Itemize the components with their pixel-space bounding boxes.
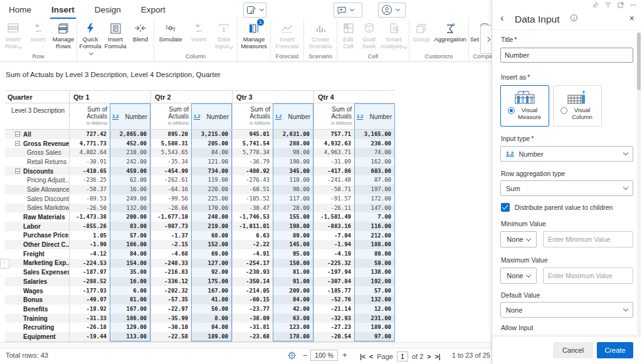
row-label[interactable]: Gross Revenue [5, 139, 69, 148]
create-scenario-button[interactable]: Create Scenario [305, 19, 336, 53]
page-number-input[interactable] [397, 351, 408, 361]
actuals-cell[interactable]: 4,932.63 [313, 139, 354, 148]
actuals-cell[interactable]: -4.12 [69, 249, 110, 259]
actuals-cell[interactable]: -28.66 [150, 204, 191, 213]
invert-row-button[interactable]: Invert [26, 19, 51, 53]
row-label[interactable]: Other Direct C... [5, 240, 69, 249]
actuals-cell[interactable]: -1,473.38 [69, 212, 110, 222]
actuals-cell[interactable]: -22.97 [150, 304, 191, 314]
create-button[interactable]: Create [597, 342, 633, 358]
number-cell[interactable]: 175.00 [191, 277, 232, 286]
actuals-cell[interactable]: -36.79 [232, 157, 273, 167]
actuals-column-header[interactable]: Sum of Actualsin Millions [232, 103, 273, 129]
number-cell[interactable]: 16.00 [110, 185, 150, 194]
number-cell[interactable]: 97.00 [354, 332, 395, 341]
number-cell[interactable]: 145.00 [273, 240, 313, 249]
actuals-cell[interactable]: -225.32 [313, 259, 354, 268]
number-cell[interactable]: 225.00 [191, 194, 232, 204]
number-cell[interactable]: 162.00 [354, 157, 395, 167]
number-cell[interactable]: 98.00 [273, 148, 313, 157]
checkbox-checked-icon[interactable] [501, 203, 510, 212]
number-cell[interactable]: 603.00 [354, 167, 395, 176]
actuals-cell[interactable]: 6.63 [232, 231, 273, 241]
title-input[interactable] [500, 48, 633, 63]
filter-icon[interactable] [605, 2, 611, 8]
actuals-cell[interactable]: -21.14 [313, 304, 354, 314]
actuals-cell[interactable]: -248.33 [150, 259, 191, 268]
number-cell[interactable]: 188.00 [354, 240, 395, 249]
actuals-cell[interactable]: 5,543.65 [150, 148, 191, 157]
number-cell[interactable]: 2,631.00 [273, 130, 313, 139]
actuals-column-header[interactable]: Sum of Actualsin Millions [69, 103, 110, 129]
actuals-cell[interactable]: -35.99 [150, 314, 191, 323]
row-drag-handle-icon[interactable]: :::: [0, 259, 9, 269]
actuals-cell[interactable]: -4.19 [313, 249, 354, 259]
actuals-cell[interactable]: -480.92 [232, 167, 273, 176]
number-cell[interactable]: 189.00 [191, 332, 232, 341]
actuals-cell[interactable]: -307.84 [313, 277, 354, 286]
row-label[interactable]: Wages [5, 286, 69, 296]
number-cell[interactable]: 198.00 [273, 222, 313, 231]
actuals-cell[interactable]: -1,011.01 [232, 222, 273, 231]
actuals-cell[interactable]: 4,771.73 [69, 139, 110, 148]
group-button[interactable]: Group [410, 19, 433, 53]
corner-header[interactable]: Quarter [5, 93, 69, 101]
previous-page-button[interactable]: < [369, 353, 373, 360]
number-cell[interactable]: 345.00 [273, 167, 313, 176]
quick-formula-button[interactable]: Quick Formula [78, 19, 103, 56]
actuals-cell[interactable]: -1,677.10 [150, 212, 191, 222]
row-label[interactable]: Marketing Exp... [5, 259, 69, 268]
number-cell[interactable]: 62.00 [110, 175, 150, 185]
number-cell[interactable]: 119.00 [191, 175, 232, 185]
actuals-cell[interactable]: 727.42 [69, 130, 110, 139]
number-cell[interactable]: 116.00 [354, 222, 395, 231]
actuals-cell[interactable]: -31.09 [313, 157, 354, 167]
number-cell[interactable]: 138.00 [354, 268, 395, 277]
actuals-cell[interactable]: -30.10 [150, 323, 191, 332]
number-cell[interactable]: 236.00 [354, 139, 395, 148]
number-cell[interactable]: 35.00 [110, 268, 150, 277]
number-cell[interactable]: 288.00 [273, 139, 313, 148]
number-cell[interactable]: 113.00 [110, 332, 150, 341]
number-cell[interactable]: 219.00 [191, 222, 232, 231]
number-cell[interactable]: 2,865.00 [110, 130, 150, 139]
collapse-icon[interactable] [15, 169, 20, 174]
number-cell[interactable]: 189.00 [354, 323, 395, 332]
actuals-cell[interactable]: -1,746.53 [232, 212, 273, 222]
quarter-header[interactable]: Qtr 2 [150, 91, 232, 103]
row-label[interactable]: All [5, 130, 69, 139]
actuals-cell[interactable]: -20.54 [313, 332, 354, 341]
actuals-cell[interactable]: -454.99 [150, 167, 191, 176]
row-label[interactable]: Sales Markdown [5, 204, 69, 213]
number-cell[interactable]: 147.00 [354, 204, 395, 213]
actuals-cell[interactable]: -23.68 [232, 332, 273, 341]
number-cell[interactable]: 3,215.00 [191, 130, 232, 139]
add-comment-button[interactable] [334, 3, 362, 18]
number-cell[interactable]: 154.00 [110, 259, 150, 268]
row-label[interactable]: Recruiting [5, 323, 69, 332]
panel-scrollbar[interactable] [637, 31, 641, 335]
number-cell[interactable]: 242.00 [110, 157, 150, 167]
number-cell[interactable]: 249.00 [110, 194, 150, 204]
pin-icon[interactable] [592, 2, 599, 8]
actuals-cell[interactable]: -22.58 [150, 332, 191, 341]
simulate-button[interactable]: Simulate [155, 19, 186, 53]
row-label[interactable]: Discounts [5, 167, 69, 176]
actuals-cell[interactable]: -89.53 [69, 194, 110, 204]
visual-measure-option[interactable]: Visual Measure [500, 85, 549, 127]
number-cell[interactable]: 8.00 [191, 314, 232, 323]
actuals-cell[interactable]: -202.32 [150, 286, 191, 296]
number-cell[interactable]: 84.00 [191, 323, 232, 332]
collapse-icon[interactable] [15, 132, 20, 137]
number-cell[interactable]: 734.00 [191, 167, 232, 176]
actuals-cell[interactable]: -23.77 [232, 304, 273, 314]
number-cell[interactable]: 205.00 [191, 139, 232, 148]
number-cell[interactable]: 95.00 [273, 249, 313, 259]
row-label[interactable]: Gross Sales [5, 148, 69, 157]
actuals-cell[interactable]: -262.61 [150, 175, 191, 185]
tab-insert[interactable]: Insert [50, 2, 76, 19]
actuals-cell[interactable]: -236.25 [69, 175, 110, 185]
number-cell[interactable]: 57.00 [354, 286, 395, 296]
actuals-cell[interactable]: -2.22 [232, 240, 273, 249]
data-input-button[interactable]: Data Input [211, 19, 236, 53]
